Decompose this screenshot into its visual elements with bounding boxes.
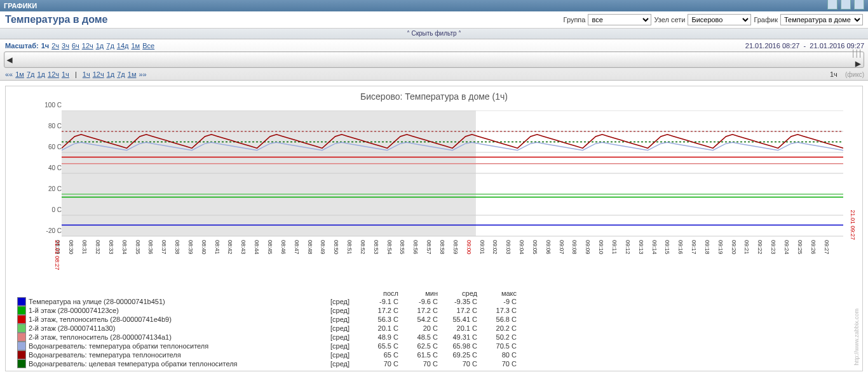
- series-avg: 20.1 C: [438, 324, 477, 333]
- nav-back-step[interactable]: 12ч: [48, 70, 59, 78]
- nav-back-step[interactable]: 1д: [37, 70, 45, 78]
- scale-option[interactable]: Все: [142, 42, 154, 50]
- chart-select[interactable]: Температура в доме: [780, 14, 863, 25]
- time-slider[interactable]: ◀ ▏▏▏▶: [4, 51, 864, 68]
- series-kind: [сред]: [330, 333, 359, 342]
- x-tick: 09:14: [651, 240, 657, 255]
- scale-option[interactable]: 6ч: [72, 42, 79, 50]
- filterbar-toggle[interactable]: ˄ Скрыть фильтр ˄: [0, 29, 868, 39]
- legend-swatch: [17, 333, 26, 342]
- zabbix-credit: http://www.zabbix.com: [853, 309, 860, 366]
- x-tick: 08:37: [161, 240, 167, 255]
- series-name: Водонагреватель: температура теплоносите…: [29, 350, 330, 359]
- node-label: Узел сети: [654, 16, 685, 23]
- y-tick: 60 C: [37, 143, 62, 150]
- scale-option[interactable]: 1ч: [41, 42, 50, 50]
- series-last: 70 C: [359, 359, 398, 368]
- window-titlebar: ГРАФИКИ: [0, 0, 868, 11]
- scale-option[interactable]: 1м: [131, 42, 140, 50]
- legend-row: 2-й этаж (28-00007411a30)[сред]20.1 C20 …: [17, 324, 860, 333]
- x-tick: 09:01: [478, 240, 485, 255]
- scale-option[interactable]: 12ч: [82, 42, 93, 50]
- slider-handle[interactable]: ▏▏▏▶: [853, 50, 864, 70]
- legend-row: Водонагреватель: температура обратки теп…: [17, 342, 860, 350]
- x-tick: 08:47: [293, 240, 299, 255]
- legend-swatch: [17, 297, 26, 306]
- x-tick: 08:49: [320, 240, 326, 255]
- scale-option[interactable]: 2ч: [51, 42, 59, 50]
- series-avg: 17.2 C: [438, 306, 477, 315]
- series-max: 70.5 C: [477, 342, 517, 350]
- x-tick: 08:30: [68, 240, 74, 255]
- series-max: 20.2 C: [477, 324, 517, 333]
- chart-label: График: [754, 16, 778, 23]
- slider-right-icon[interactable]: ▶: [853, 58, 863, 70]
- nav-back-step[interactable]: 7д: [27, 70, 35, 78]
- x-tick: 09:23: [770, 240, 776, 255]
- legend-row: 2-й этаж, теплоноситель (28-0000074134a1…: [17, 333, 860, 342]
- series-min: -9.6 C: [398, 297, 438, 306]
- series-avg: 49.31 C: [438, 333, 477, 342]
- series-name: Температура на улице (28-00000741b451): [29, 297, 330, 306]
- series-min: 17.2 C: [398, 306, 438, 315]
- x-tick: 08:57: [426, 240, 432, 255]
- nav-fwd-step[interactable]: 1д: [107, 70, 115, 78]
- x-tick: 08:34: [121, 240, 127, 255]
- slider-left-icon[interactable]: ◀: [4, 53, 15, 66]
- x-start-label: 21.01 08:27: [54, 240, 60, 270]
- series-avg: 69.25 C: [438, 350, 477, 359]
- nav-fwd-step[interactable]: 7д: [117, 70, 125, 78]
- x-tick: 08:54: [386, 240, 392, 255]
- series-max: 80 C: [477, 350, 517, 359]
- series-last: -9.1 C: [359, 297, 398, 306]
- minimize-icon[interactable]: [827, 0, 837, 10]
- scale-option[interactable]: 7д: [106, 42, 114, 50]
- plot-area: [62, 110, 843, 236]
- maximize-icon[interactable]: [841, 0, 851, 10]
- series-kind: [сред]: [330, 324, 359, 333]
- legend-swatch: [17, 306, 26, 315]
- x-tick: 08:48: [306, 240, 313, 255]
- legend-row: Температура на улице (28-00000741b451)[с…: [17, 297, 860, 306]
- series-name: Водонагреватель: температура обратки теп…: [29, 342, 330, 350]
- x-tick: 08:38: [174, 240, 180, 255]
- series-kind: [сред]: [330, 315, 359, 324]
- x-tick: 08:52: [360, 240, 366, 255]
- nav-fwd-step[interactable]: 1ч: [83, 70, 90, 78]
- x-tick: 08:56: [412, 240, 419, 255]
- x-tick: 09:00: [465, 240, 471, 255]
- nav-back-step[interactable]: 1ч: [62, 70, 69, 78]
- nav-fwd-step[interactable]: 12ч: [93, 70, 104, 78]
- series-name: 1-й этаж (28-0000074123ce): [29, 306, 330, 315]
- y-tick: -20 C: [37, 227, 62, 234]
- series-max: 17.3 C: [477, 306, 517, 315]
- legend-row: Водонагреватель: целевая температура обр…: [17, 359, 860, 368]
- x-tick: 08:45: [267, 240, 273, 255]
- x-tick: 09:15: [664, 240, 670, 255]
- nav-fwd-step[interactable]: 1м: [128, 70, 137, 78]
- scale-option[interactable]: 14д: [117, 42, 129, 50]
- y-tick: 100 C: [37, 102, 62, 109]
- x-tick: 08:43: [240, 240, 247, 255]
- x-tick: 09:26: [810, 240, 816, 255]
- series-name: 2-й этаж (28-00007411a30): [29, 324, 330, 333]
- series-min: 62.5 C: [398, 342, 438, 350]
- fullscreen-icon[interactable]: [854, 0, 864, 10]
- x-tick: 09:08: [571, 240, 578, 255]
- y-tick: 80 C: [37, 123, 62, 130]
- nav-fwd-step[interactable]: »»: [139, 70, 146, 78]
- x-tick: 09:18: [704, 240, 710, 255]
- x-tick: 08:59: [452, 240, 459, 255]
- series-last: 20.1 C: [359, 324, 398, 333]
- nav-back-step[interactable]: ««: [5, 70, 13, 78]
- chart-title: Бисерово: Температура в доме (1ч): [7, 88, 861, 103]
- node-select[interactable]: Бисерово: [688, 14, 751, 25]
- nav-back-step[interactable]: 1м: [15, 70, 24, 78]
- x-tick: 08:44: [254, 240, 260, 255]
- scale-option[interactable]: 1д: [96, 42, 104, 50]
- group-select[interactable]: все: [588, 14, 651, 25]
- x-tick: 08:32: [95, 240, 101, 255]
- scale-option[interactable]: 3ч: [62, 42, 69, 50]
- series-avg: -9.35 C: [438, 297, 477, 306]
- series-min: 20 C: [398, 324, 438, 333]
